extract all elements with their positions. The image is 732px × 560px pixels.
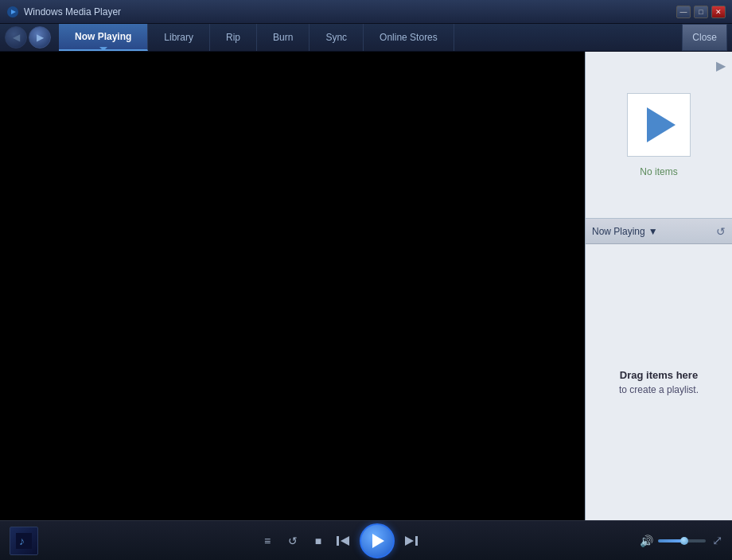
window-controls: — □ ✕ — [676, 6, 726, 18]
play-pause-button[interactable] — [360, 523, 395, 558]
nav-bar: ◀ ▶ Now Playing Library Rip Burn Sync On… — [0, 24, 732, 52]
tab-burn-label: Burn — [273, 32, 293, 43]
now-playing-bar: Now Playing ▼ ↺ — [586, 219, 732, 244]
main-content: ▶ No items Now Playing ▼ ↺ Drag items he… — [0, 52, 732, 520]
right-controls: ⤢ — [712, 533, 722, 548]
next-button[interactable] — [401, 531, 420, 550]
svg-rect-6 — [415, 536, 418, 546]
tab-now-playing[interactable]: Now Playing — [59, 24, 148, 51]
stop-button[interactable]: ■ — [309, 531, 328, 550]
volume-icon: 🔊 — [640, 535, 653, 547]
no-items-label: No items — [640, 166, 677, 177]
repeat-button[interactable]: ↺ — [283, 531, 302, 550]
tab-rip[interactable]: Rip — [210, 24, 257, 51]
media-thumbnail — [627, 93, 691, 157]
close-tab-button[interactable]: Close — [682, 24, 727, 51]
close-button[interactable]: ✕ — [711, 6, 726, 18]
maximize-button[interactable]: □ — [694, 6, 708, 18]
tab-online-stores[interactable]: Online Stores — [364, 24, 454, 51]
volume-control: 🔊 — [640, 535, 706, 547]
tab-bar: Now Playing Library Rip Burn Sync Online… — [59, 24, 727, 51]
album-art-small: ♪ — [10, 527, 38, 555]
svg-marker-7 — [405, 536, 414, 546]
previous-icon — [337, 535, 351, 547]
svg-text:♪: ♪ — [19, 535, 25, 547]
control-bar: ♪ ≡ ↺ ■ 🔊 — [0, 520, 732, 560]
title-bar: Windows Media Player — □ ✕ — [0, 0, 732, 24]
playlist-area: Drag items here to create a playlist. — [586, 244, 732, 520]
menu-button[interactable]: ≡ — [258, 531, 277, 550]
tab-library[interactable]: Library — [148, 24, 210, 51]
volume-thumb[interactable] — [680, 537, 688, 545]
navigate-right-icon[interactable]: ▶ — [716, 58, 726, 73]
menu-icon: ≡ — [264, 535, 271, 547]
minimize-button[interactable]: — — [676, 6, 691, 18]
back-arrow-icon: ◀ — [13, 32, 20, 43]
play-icon-small — [372, 534, 384, 548]
dropdown-arrow-icon: ▼ — [648, 226, 658, 237]
music-note-icon: ♪ — [16, 533, 32, 549]
next-icon — [403, 535, 418, 547]
tab-online-stores-label: Online Stores — [380, 32, 438, 43]
svg-marker-5 — [341, 536, 349, 546]
tab-rip-label: Rip — [226, 32, 240, 43]
tab-burn[interactable]: Burn — [257, 24, 310, 51]
right-panel: ▶ No items Now Playing ▼ ↺ Drag items he… — [585, 52, 732, 520]
volume-slider[interactable] — [658, 539, 706, 542]
tab-sync-label: Sync — [325, 32, 347, 43]
tab-sync[interactable]: Sync — [310, 24, 364, 51]
create-playlist-subtext: to create a playlist. — [619, 384, 699, 395]
back-button[interactable]: ◀ — [5, 26, 27, 49]
title-left: Windows Media Player — [6, 6, 121, 18]
player-area — [0, 52, 585, 520]
previous-button[interactable] — [334, 531, 353, 550]
forward-button[interactable]: ▶ — [29, 26, 51, 49]
app-icon — [6, 6, 19, 18]
fullscreen-icon[interactable]: ⤢ — [712, 533, 722, 548]
refresh-icon[interactable]: ↺ — [716, 225, 726, 238]
now-playing-dropdown[interactable]: Now Playing ▼ — [592, 226, 658, 237]
tab-library-label: Library — [164, 32, 193, 43]
repeat-icon: ↺ — [288, 535, 298, 547]
stop-icon: ■ — [315, 535, 321, 547]
title-text: Windows Media Player — [24, 6, 121, 18]
media-thumb-area: ▶ No items — [586, 52, 732, 219]
forward-arrow-icon: ▶ — [37, 32, 44, 43]
nav-arrows: ◀ ▶ — [5, 26, 51, 49]
svg-rect-4 — [337, 536, 339, 546]
drag-items-heading: Drag items here — [620, 369, 698, 381]
tab-now-playing-label: Now Playing — [75, 31, 131, 42]
now-playing-dropdown-label: Now Playing — [592, 226, 645, 237]
play-icon — [647, 107, 676, 142]
playback-controls: ≡ ↺ ■ — [45, 523, 633, 558]
